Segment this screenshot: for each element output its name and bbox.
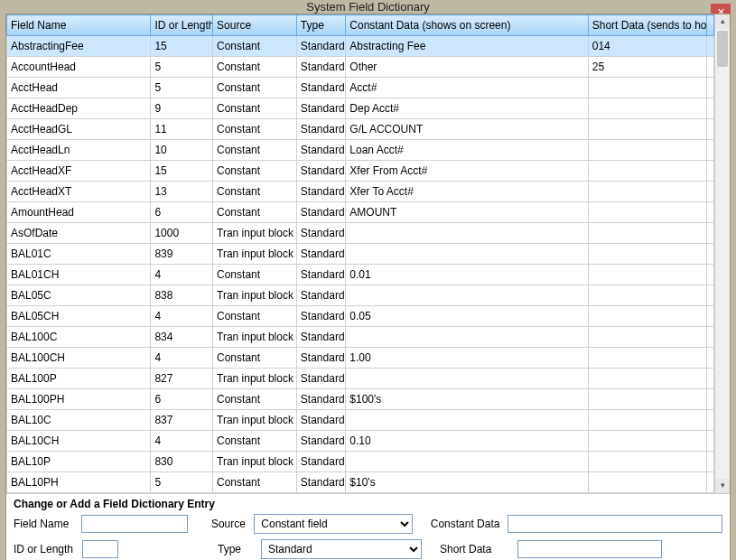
cell-extra — [706, 244, 713, 265]
cell-short — [588, 306, 706, 327]
cell-id: 839 — [151, 244, 213, 265]
type-select[interactable]: Standard — [261, 539, 422, 559]
grid-wrap: Field Name ID or Length Source Type Cons… — [6, 14, 730, 494]
table-row[interactable]: BAL01C839Tran input blockStandard — [7, 244, 714, 265]
col-header-source[interactable]: Source — [213, 15, 297, 36]
cell-short — [588, 410, 706, 431]
table-row[interactable]: BAL100C834Tran input blockStandard — [7, 327, 714, 348]
cell-type: Standard — [296, 140, 345, 161]
cell-const: AMOUNT — [346, 202, 588, 223]
cell-source: Tran input block — [213, 452, 297, 472]
cell-field: AccountHead — [7, 57, 151, 78]
col-header-short[interactable]: Short Data (sends to host) — [588, 15, 706, 36]
cell-field: BAL05CH — [7, 306, 151, 327]
cell-extra — [706, 389, 713, 410]
cell-short — [588, 285, 706, 306]
vertical-scrollbar[interactable]: ▴ ▾ — [714, 14, 730, 493]
client-area: Field Name ID or Length Source Type Cons… — [5, 14, 731, 560]
cell-field: BAL10CH — [7, 431, 151, 452]
cell-id: 10 — [151, 140, 213, 161]
cell-type: Standard — [296, 182, 345, 202]
cell-type: Standard — [296, 202, 345, 223]
cell-const — [346, 410, 588, 431]
cell-type: Standard — [296, 369, 345, 389]
cell-extra — [706, 182, 713, 202]
cell-source: Constant — [213, 140, 297, 161]
short-data-input[interactable] — [517, 540, 662, 558]
window-title: System Field Dictionary — [306, 0, 430, 14]
col-header-fieldname[interactable]: Field Name — [7, 15, 151, 36]
cell-type: Standard — [296, 161, 345, 182]
table-row[interactable]: AmountHead6ConstantStandardAMOUNT — [7, 202, 714, 223]
cell-type: Standard — [296, 431, 345, 452]
cell-field: BAL100C — [7, 327, 151, 348]
table-row[interactable]: BAL10CH4ConstantStandard0.10 — [7, 431, 714, 452]
cell-id: 15 — [151, 36, 213, 57]
cell-type: Standard — [296, 36, 345, 57]
table-row[interactable]: BAL10P830Tran input blockStandard — [7, 452, 714, 472]
col-header-id[interactable]: ID or Length — [151, 15, 213, 36]
table-row[interactable]: BAL100CH4ConstantStandard1.00 — [7, 348, 714, 369]
cell-short — [588, 472, 706, 493]
cell-type: Standard — [296, 285, 345, 306]
table-row[interactable]: BAL10C837Tran input blockStandard — [7, 410, 714, 431]
form-title: Change or Add a Field Dictionary Entry — [14, 498, 722, 510]
cell-const: 0.01 — [346, 265, 588, 285]
col-header-constant[interactable]: Constant Data (shows on screen) — [346, 15, 588, 36]
table-row[interactable]: AcctHeadGL11ConstantStandardG/L ACCOUNT — [7, 119, 714, 140]
label-field-name: Field Name — [14, 518, 76, 530]
cell-const: $10's — [346, 472, 588, 493]
table-row[interactable]: AcctHead5ConstantStandardAcct# — [7, 78, 714, 98]
table-row[interactable]: AbstractingFee15ConstantStandardAbstract… — [7, 36, 714, 57]
table-row[interactable]: BAL100P827Tran input blockStandard — [7, 369, 714, 389]
cell-const: Dep Acct# — [346, 98, 588, 119]
cell-short — [588, 348, 706, 369]
cell-type: Standard — [296, 265, 345, 285]
cell-id: 5 — [151, 78, 213, 98]
table-row[interactable]: AcctHeadDep9ConstantStandardDep Acct# — [7, 98, 714, 119]
cell-field: AcctHeadDep — [7, 98, 151, 119]
cell-short — [588, 161, 706, 182]
cell-short: 25 — [588, 57, 706, 78]
cell-id: 1000 — [151, 223, 213, 244]
id-length-input[interactable] — [82, 540, 118, 558]
scroll-thumb[interactable] — [717, 31, 728, 67]
cell-const: 1.00 — [346, 348, 588, 369]
cell-extra — [706, 36, 713, 57]
constant-data-input[interactable] — [508, 515, 722, 533]
table-row[interactable]: BAL05CH4ConstantStandard0.05 — [7, 306, 714, 327]
scroll-up-icon[interactable]: ▴ — [715, 14, 730, 29]
source-select[interactable]: Constant field — [254, 514, 412, 534]
cell-id: 4 — [151, 348, 213, 369]
field-name-input[interactable] — [81, 515, 188, 533]
table-row[interactable]: BAL05C838Tran input blockStandard — [7, 285, 714, 306]
table-row[interactable]: AcctHeadXT13ConstantStandardXfer To Acct… — [7, 182, 714, 202]
cell-source: Constant — [213, 389, 297, 410]
cell-extra — [706, 452, 713, 472]
cell-source: Constant — [213, 36, 297, 57]
table-row[interactable]: BAL100PH6ConstantStandard$100's — [7, 389, 714, 410]
cell-source: Constant — [213, 78, 297, 98]
cell-id: 4 — [151, 431, 213, 452]
cell-extra — [706, 140, 713, 161]
header-row: Field Name ID or Length Source Type Cons… — [7, 15, 714, 36]
cell-type: Standard — [296, 119, 345, 140]
data-grid[interactable]: Field Name ID or Length Source Type Cons… — [6, 14, 714, 493]
form-row-1: Field Name Source Constant field Constan… — [14, 514, 722, 534]
col-header-type[interactable]: Type — [296, 15, 345, 36]
table-row[interactable]: BAL01CH4ConstantStandard0.01 — [7, 265, 714, 285]
scroll-down-icon[interactable]: ▾ — [715, 479, 730, 493]
cell-id: 4 — [151, 265, 213, 285]
form-row-2: ID or Length Type Standard Short Data — [14, 539, 722, 559]
table-row[interactable]: AccountHead5ConstantStandardOther25 — [7, 57, 714, 78]
table-row[interactable]: BAL10PH5ConstantStandard$10's — [7, 472, 714, 493]
cell-field: AcctHeadXT — [7, 182, 151, 202]
cell-id: 6 — [151, 202, 213, 223]
table-row[interactable]: AsOfDate1000Tran input blockStandard — [7, 223, 714, 244]
table-row[interactable]: AcctHeadXF15ConstantStandardXfer From Ac… — [7, 161, 714, 182]
cell-field: BAL01CH — [7, 265, 151, 285]
cell-type: Standard — [296, 98, 345, 119]
cell-source: Tran input block — [213, 410, 297, 431]
table-row[interactable]: AcctHeadLn10ConstantStandardLoan Acct# — [7, 140, 714, 161]
cell-source: Constant — [213, 472, 297, 493]
